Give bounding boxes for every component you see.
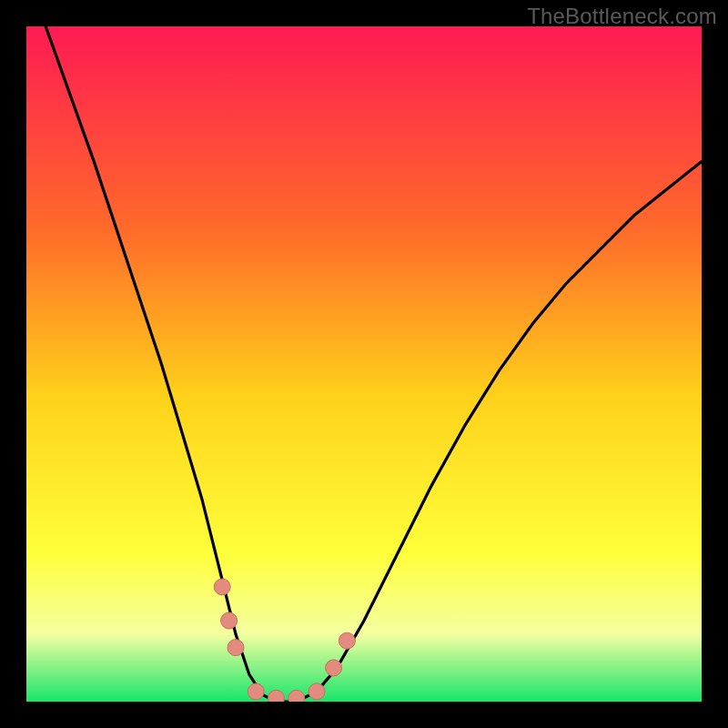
curve-marker [221,612,238,629]
curve-marker [308,683,325,700]
plot-area [26,26,702,702]
curve-marker [339,632,355,649]
curve-marker [248,683,264,700]
bottleneck-curve [26,26,702,702]
curve-marker [214,579,230,595]
chart-stage: TheBottleneck.com [0,0,728,728]
curve-marker [326,660,342,676]
curve-marker [228,640,244,656]
curve-marker [268,690,285,702]
curve-marker [288,690,305,702]
watermark-text: TheBottleneck.com [527,4,717,29]
